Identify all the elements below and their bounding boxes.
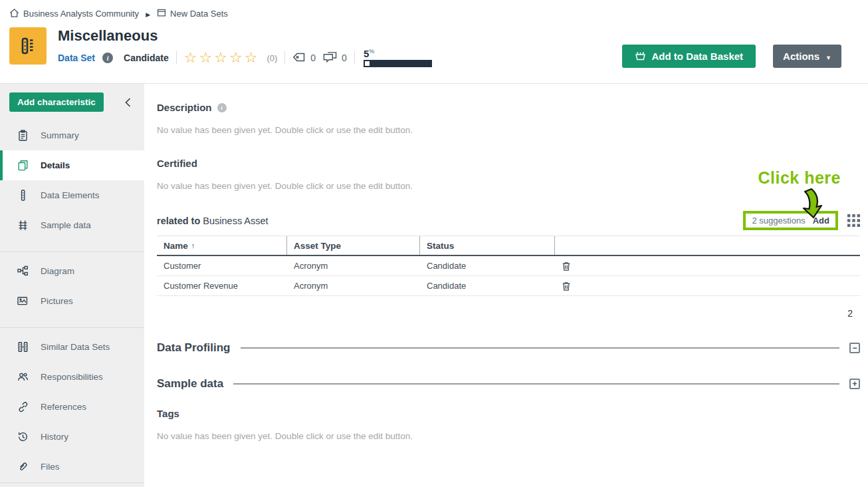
sidebar-collapse-button[interactable] [120, 96, 136, 109]
sidebar-divider [0, 251, 144, 252]
column-header-asset-type[interactable]: Asset Type [287, 236, 420, 255]
clipboard-icon [17, 129, 29, 142]
breadcrumb-domain-link[interactable]: New Data Sets [157, 8, 228, 19]
delete-relation-button[interactable] [555, 281, 860, 291]
breadcrumb: Business Analysts Community New Data Set… [0, 0, 868, 27]
tag-icon [292, 52, 306, 65]
sidebar-item-references[interactable]: References [0, 392, 144, 422]
table-row: Customer Revenue Acronym Candidate [157, 276, 860, 296]
sidebar-item-sample-data[interactable]: Sample data [0, 210, 144, 240]
relation-label: related to [157, 216, 200, 226]
divider [176, 51, 177, 65]
expand-section-button[interactable] [849, 379, 860, 389]
diagram-icon [17, 265, 29, 277]
related-assets-table: Name Asset Type Status Customer Acronym … [157, 236, 860, 296]
add-relation-button[interactable]: Add [813, 216, 829, 226]
breadcrumb-caret-icon [144, 9, 152, 19]
sidebar-item-label: History [41, 432, 68, 442]
sidebar-divider [0, 482, 144, 483]
grid-icon [847, 214, 860, 227]
data-profiling-section: Data Profiling [157, 341, 860, 355]
progress-value: 5 [364, 48, 369, 59]
rating-stars[interactable] [184, 51, 260, 65]
breadcrumb-community-link[interactable]: Business Analysts Community [9, 8, 139, 20]
column-header-actions [555, 236, 860, 255]
sidebar-item-label: Diagram [41, 266, 74, 276]
sidebar-item-history[interactable]: History [0, 422, 144, 452]
similar-columns-icon [17, 341, 29, 353]
actions-button[interactable]: Actions [773, 45, 841, 68]
certified-empty-value[interactable]: No value has been given yet. Double clic… [157, 181, 860, 191]
cell-asset-type: Acronym [287, 261, 420, 271]
sidebar-item-diagram[interactable]: Diagram [0, 256, 144, 286]
asset-type-info-icon[interactable] [102, 53, 113, 63]
comments-count-value: 0 [342, 53, 347, 63]
sample-data-section: Sample data [157, 377, 860, 391]
column-icon [17, 189, 29, 202]
add-to-data-basket-button[interactable]: Add to Data Basket [622, 45, 756, 68]
comments-counter[interactable]: 0 [323, 51, 347, 65]
sidebar-item-label: Summary [41, 130, 79, 140]
section-rule [233, 383, 839, 385]
sidebar-item-label: Similar Data Sets [41, 342, 110, 352]
sidebar: Add characteristic Summary Details [0, 84, 144, 487]
star-icon [184, 54, 199, 65]
pages-icon [17, 159, 29, 172]
tags-counter[interactable]: 0 [292, 52, 316, 65]
sidebar-item-files[interactable]: Files [0, 452, 144, 482]
description-info-icon[interactable] [217, 103, 227, 112]
sidebar-item-data-elements[interactable]: Data Elements [0, 180, 144, 210]
sidebar-item-label: Files [41, 462, 60, 472]
cell-name[interactable]: Customer [157, 261, 287, 271]
cell-status: Candidate [420, 261, 555, 271]
section-description: Description [157, 102, 860, 113]
progress-unit: % [369, 48, 374, 55]
suggestions-link[interactable]: 2 suggestions [752, 216, 805, 226]
cell-asset-type: Acronym [287, 281, 420, 291]
column-header-name[interactable]: Name [157, 236, 287, 255]
sidebar-item-similar-data-sets[interactable]: Similar Data Sets [0, 332, 144, 362]
star-icon [245, 54, 260, 65]
table-row: Customer Acronym Candidate [157, 256, 860, 276]
main-content: Click here Description No value has been… [144, 84, 868, 487]
suggestions-box: 2 suggestions Add [743, 211, 838, 230]
column-header-status[interactable]: Status [420, 236, 555, 255]
picture-icon [17, 295, 29, 307]
trash-icon [562, 281, 571, 291]
relation-target-type: Business Asset [203, 216, 268, 226]
asset-type-link[interactable]: Data Set [58, 53, 95, 63]
tags-empty-value[interactable]: No value has been given yet. Double clic… [157, 431, 860, 441]
cell-status: Candidate [420, 281, 555, 291]
delete-relation-button[interactable] [555, 261, 860, 271]
collapse-section-button[interactable] [849, 343, 860, 353]
add-characteristic-button[interactable]: Add characteristic [9, 92, 104, 112]
tags-title: Tags [157, 408, 860, 419]
status-badge: Candidate [124, 53, 169, 63]
breadcrumb-domain-label: New Data Sets [170, 9, 228, 19]
chevron-down-icon [825, 51, 831, 62]
sidebar-item-label: References [41, 402, 86, 412]
table-header-row: Name Asset Type Status [157, 236, 860, 256]
sidebar-item-pictures[interactable]: Pictures [0, 286, 144, 316]
table-options-button[interactable] [847, 214, 860, 227]
certified-title: Certified [157, 158, 860, 169]
sidebar-nav: Summary Details Data Elements Sample dat… [0, 120, 144, 482]
rating-count: (0) [267, 53, 277, 63]
divider [284, 51, 285, 65]
tags-count-value: 0 [310, 53, 316, 63]
actions-label: Actions [783, 51, 819, 62]
sidebar-item-responsibilities[interactable]: Responsibilities [0, 362, 144, 392]
sidebar-item-label: Pictures [41, 296, 73, 306]
table-total-count: 2 [157, 308, 860, 319]
description-title: Description [157, 102, 212, 113]
page-title: Miscellaneous [58, 27, 432, 45]
data-set-type-icon [9, 27, 47, 65]
section-rule [241, 347, 839, 349]
sidebar-item-details[interactable]: Details [0, 150, 144, 180]
cell-name[interactable]: Customer Revenue [157, 281, 287, 291]
description-empty-value[interactable]: No value has been given yet. Double clic… [157, 125, 860, 135]
sidebar-item-label: Responsibilities [41, 372, 103, 382]
divider [354, 51, 355, 65]
table-icon [17, 219, 29, 232]
sidebar-item-summary[interactable]: Summary [0, 120, 144, 150]
